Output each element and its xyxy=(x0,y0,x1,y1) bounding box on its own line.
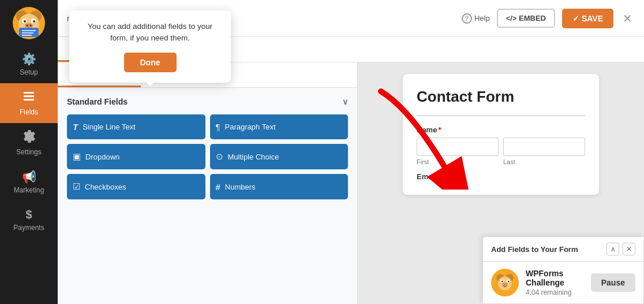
svg-point-25 xyxy=(501,281,503,283)
add-fields-panel-body: WPForms Challenge 4:04 remaining Pause xyxy=(483,262,643,303)
left-panel: Add Fields ▾ Field Options › Standard Fi… xyxy=(58,62,358,304)
numbers-icon: # xyxy=(216,182,220,192)
first-name-input[interactable] xyxy=(417,138,499,156)
save-button[interactable]: ✓ SAVE xyxy=(562,9,613,28)
challenge-info: WPForms Challenge 4:04 remaining xyxy=(526,269,584,296)
add-fields-panel: Add Fields to Your Form ∧ ✕ xyxy=(482,236,644,304)
add-fields-close-button[interactable]: ✕ xyxy=(623,243,635,255)
field-button-numbers[interactable]: # Numbers xyxy=(210,174,349,199)
challenge-timer: 4:04 remaining xyxy=(526,288,584,296)
fields-section: Standard Fields ∨ T Single Line Text ¶ P… xyxy=(58,88,357,304)
svg-point-10 xyxy=(30,25,32,27)
sidebar-item-setup[interactable]: ⚙️ Setup xyxy=(0,45,58,83)
help-icon: ? xyxy=(462,13,472,24)
sidebar-item-label-settings: Settings xyxy=(16,148,41,156)
field-button-dropdown[interactable]: ▣ Dropdown xyxy=(67,144,205,169)
multiple-choice-icon: ⊙ xyxy=(216,151,223,162)
email-field-label: Email* xyxy=(417,172,585,181)
svg-point-7 xyxy=(33,20,35,23)
sidebar-item-label-fields: Fields xyxy=(20,108,38,116)
payments-icon: $ xyxy=(25,208,32,221)
sidebar-item-label-setup: Setup xyxy=(20,68,38,76)
name-field-label: Name* xyxy=(417,125,585,134)
fields-grid: T Single Line Text ¶ Paragraph Text ▣ Dr… xyxy=(67,114,348,199)
section-chevron-icon: ∨ xyxy=(342,97,348,106)
add-fields-controls: ∧ ✕ xyxy=(606,243,635,255)
challenge-title: WPForms Challenge xyxy=(526,269,584,287)
header: You can add additional fields to your fo… xyxy=(58,0,644,37)
paragraph-text-icon: ¶ xyxy=(216,122,220,132)
sidebar-item-label-marketing: Marketing xyxy=(14,186,44,194)
svg-point-9 xyxy=(27,25,28,27)
embed-button[interactable]: </> EMBED xyxy=(497,9,555,28)
standard-fields-header: Standard Fields ∨ xyxy=(67,97,348,106)
fields-icon xyxy=(23,90,35,106)
name-inputs-row xyxy=(417,138,585,156)
settings-icon xyxy=(23,130,35,146)
main-area: You can add additional fields to your fo… xyxy=(58,0,644,304)
dropdown-icon: ▣ xyxy=(73,151,81,162)
email-required-star: * xyxy=(438,172,441,181)
last-name-input[interactable] xyxy=(503,138,585,156)
sidebar-item-marketing[interactable]: 📢 Marketing xyxy=(0,163,58,201)
add-fields-panel-header: Add Fields to Your Form ∧ ✕ xyxy=(483,237,643,262)
svg-point-26 xyxy=(508,281,510,283)
field-button-single-line-text[interactable]: T Single Line Text xyxy=(67,114,205,139)
field-button-checkboxes[interactable]: ☑ Checkboxes xyxy=(67,174,205,199)
svg-point-6 xyxy=(24,20,26,23)
popup-done-button[interactable]: Done xyxy=(124,53,177,72)
add-fields-collapse-button[interactable]: ∧ xyxy=(606,243,619,255)
popup-bubble: You can add additional fields to your fo… xyxy=(69,10,231,83)
form-divider xyxy=(417,115,585,116)
close-button[interactable]: ✕ xyxy=(620,9,635,28)
svg-rect-16 xyxy=(24,95,34,97)
sidebar-item-settings[interactable]: Settings xyxy=(0,123,58,163)
svg-rect-15 xyxy=(24,92,34,94)
field-button-multiple-choice[interactable]: ⊙ Multiple Choice xyxy=(210,144,349,169)
name-sublabels: First Last xyxy=(417,158,585,165)
checkboxes-icon: ☑ xyxy=(73,181,80,192)
field-button-paragraph-text[interactable]: ¶ Paragraph Text xyxy=(210,114,349,139)
form-preview-title: Contact Form xyxy=(417,88,585,106)
name-required-star: * xyxy=(438,125,441,134)
form-preview: Contact Form Name* First Last Email* xyxy=(403,74,599,195)
content-area: Add Fields ▾ Field Options › Standard Fi… xyxy=(58,62,644,304)
sidebar: ⚙️ Setup Fields Settings 📢 Marketing $ P… xyxy=(0,0,58,304)
svg-point-27 xyxy=(502,283,507,287)
standard-fields-label: Standard Fields xyxy=(67,97,128,106)
sidebar-item-label-payments: Payments xyxy=(13,224,44,232)
pause-button[interactable]: Pause xyxy=(591,273,635,292)
svg-rect-17 xyxy=(24,99,34,101)
sidebar-logo xyxy=(12,6,46,40)
popup-message: You can add additional fields to your fo… xyxy=(82,21,218,45)
setup-icon: ⚙️ xyxy=(22,52,36,66)
single-line-text-icon: T xyxy=(73,122,78,132)
sidebar-item-fields[interactable]: Fields xyxy=(0,83,58,123)
right-panel: Contact Form Name* First Last Email* xyxy=(358,62,644,304)
help-link[interactable]: ? Help xyxy=(462,13,490,24)
challenge-avatar xyxy=(491,269,519,296)
sidebar-item-payments[interactable]: $ Payments xyxy=(0,201,58,239)
marketing-icon: 📢 xyxy=(22,170,36,184)
add-fields-panel-title: Add Fields to Your Form xyxy=(491,245,578,254)
